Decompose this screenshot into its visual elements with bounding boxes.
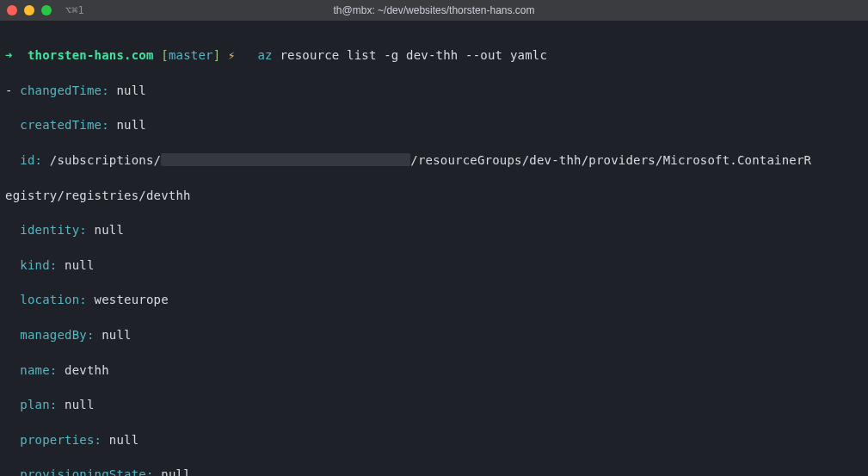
yaml-key: kind bbox=[20, 258, 50, 272]
prompt-arrow-icon: ➜ bbox=[5, 48, 13, 62]
yaml-row: name: devthh bbox=[5, 362, 863, 379]
yaml-row: location: westeurope bbox=[5, 291, 863, 308]
titlebar: ⌥⌘1 th@mbx: ~/dev/websites/thorsten-hans… bbox=[0, 0, 868, 21]
command-binary: az bbox=[257, 48, 272, 62]
yaml-value: null bbox=[95, 223, 125, 237]
lightning-icon: ⚡ bbox=[228, 48, 236, 62]
yaml-row: managedBy: null bbox=[5, 326, 863, 343]
yaml-value: null bbox=[65, 398, 95, 411]
yaml-value: null bbox=[65, 258, 95, 272]
yaml-value: null bbox=[109, 433, 139, 447]
yaml-key: properties bbox=[20, 433, 94, 447]
yaml-value: /resourceGroups/dev-thh/providers/Micros… bbox=[410, 153, 811, 167]
yaml-value: egistry/registries/devthh bbox=[5, 189, 191, 202]
yaml-key: changedTime bbox=[20, 83, 102, 97]
yaml-key: managedBy bbox=[20, 328, 87, 342]
yaml-value: /subscriptions/ bbox=[50, 153, 161, 167]
branch-open: [ bbox=[161, 48, 169, 62]
traffic-lights bbox=[7, 5, 52, 15]
yaml-key: provisioningState bbox=[20, 467, 146, 476]
tab-indicator: ⌥⌘1 bbox=[65, 4, 84, 16]
yaml-row: identity: null bbox=[5, 221, 863, 238]
terminal-output[interactable]: ➜ thorsten-hans.com [master] ⚡ az resour… bbox=[0, 21, 868, 476]
yaml-key: identity bbox=[20, 223, 79, 237]
yaml-row: - changedTime: null bbox=[5, 82, 863, 99]
yaml-row: properties: null bbox=[5, 431, 863, 448]
redacted-subscription-id bbox=[161, 153, 410, 166]
yaml-value: null bbox=[116, 118, 146, 132]
minimize-window-button[interactable] bbox=[24, 5, 34, 15]
yaml-key: name bbox=[20, 363, 50, 377]
git-branch: master bbox=[169, 48, 213, 62]
yaml-row-wrap: egistry/registries/devthh bbox=[5, 187, 863, 204]
yaml-row: id: /subscriptions//resourceGroups/dev-t… bbox=[5, 151, 863, 169]
branch-close: ] bbox=[213, 48, 221, 62]
prompt-host: thorsten-hans.com bbox=[28, 48, 154, 62]
yaml-row: plan: null bbox=[5, 396, 863, 413]
yaml-value: null bbox=[116, 83, 146, 97]
window-title: th@mbx: ~/dev/websites/thorsten-hans.com bbox=[334, 4, 535, 16]
yaml-value: null bbox=[161, 467, 191, 476]
yaml-row: createdTime: null bbox=[5, 116, 863, 133]
yaml-value: null bbox=[102, 328, 132, 342]
yaml-key: createdTime bbox=[20, 118, 102, 132]
yaml-row: provisioningState: null bbox=[5, 466, 863, 476]
yaml-key: location bbox=[20, 293, 79, 306]
yaml-row: kind: null bbox=[5, 257, 863, 274]
yaml-value: westeurope bbox=[95, 293, 169, 306]
command-args: resource list -g dev-thh --out yamlc bbox=[280, 48, 547, 62]
prompt-line: ➜ thorsten-hans.com [master] ⚡ az resour… bbox=[5, 46, 863, 64]
maximize-window-button[interactable] bbox=[41, 5, 52, 15]
close-window-button[interactable] bbox=[7, 5, 17, 15]
yaml-key: plan bbox=[20, 398, 50, 411]
yaml-key: id bbox=[20, 153, 34, 167]
yaml-value: devthh bbox=[65, 363, 109, 377]
